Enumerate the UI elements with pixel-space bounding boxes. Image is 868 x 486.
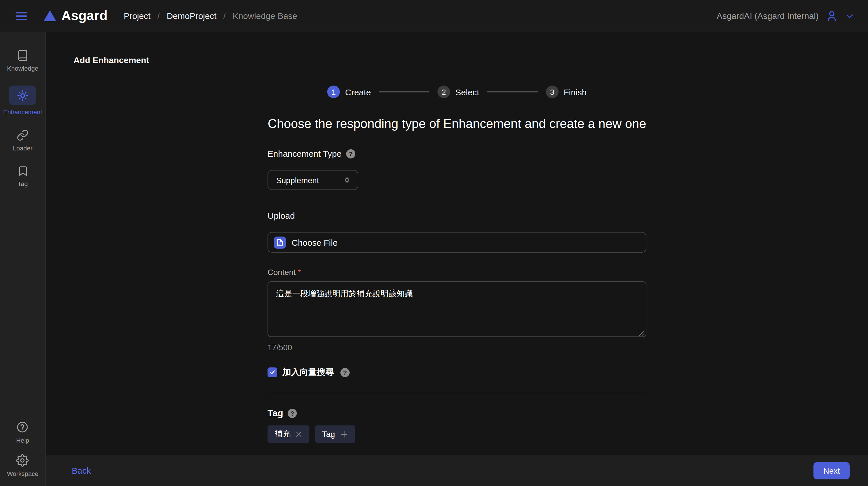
- choose-file-label: Choose File: [291, 237, 338, 247]
- breadcrumb: Project / DemoProject / Knowledge Base: [124, 11, 298, 21]
- remove-tag-icon[interactable]: [295, 430, 303, 438]
- sidebar-item-tag[interactable]: Tag: [17, 165, 28, 187]
- help-icon[interactable]: ?: [340, 368, 350, 377]
- sidebar-item-knowledge[interactable]: Knowledge: [7, 49, 38, 72]
- vector-search-label: 加入向量搜尋: [282, 367, 334, 378]
- triangle-logo-icon: [43, 10, 56, 21]
- sidebar-bottom-group: Help Workspace: [7, 421, 38, 477]
- required-asterisk: *: [298, 268, 301, 277]
- section-divider: [268, 393, 646, 393]
- help-icon[interactable]: ?: [346, 149, 355, 158]
- content-label: Content: [268, 268, 296, 277]
- add-tag-plus-icon: [340, 430, 348, 438]
- sidebar-item-label: Help: [16, 437, 29, 444]
- sidebar-item-label: Enhancement: [3, 109, 42, 115]
- bookmark-icon: [17, 165, 28, 177]
- tag-chip[interactable]: 補充: [268, 425, 309, 443]
- form-heading: Choose the responding type of Enhancemen…: [268, 117, 646, 131]
- sidebar-item-enhancement[interactable]: Enhancement: [3, 86, 42, 115]
- step-select: 2 Select: [437, 86, 479, 98]
- enhancement-type-label: Enhancement Type: [268, 149, 342, 158]
- sidebar-item-loader[interactable]: Loader: [13, 129, 33, 152]
- check-icon: [269, 369, 276, 375]
- sidebar-item-workspace[interactable]: Workspace: [7, 454, 38, 477]
- breadcrumb-separator: /: [223, 11, 226, 21]
- sidebar-item-label: Workspace: [7, 470, 38, 477]
- step-finish: 3 Finish: [546, 86, 587, 98]
- step-label: Finish: [564, 87, 587, 97]
- step-create: 1 Create: [327, 86, 371, 98]
- next-button[interactable]: Next: [813, 462, 849, 479]
- tag-label: Tag: [268, 408, 283, 419]
- add-tag-chip[interactable]: Tag: [315, 425, 355, 443]
- vector-search-row: 加入向量搜尋 ?: [268, 367, 646, 378]
- enhancement-type-label-row: Enhancement Type ?: [268, 149, 646, 158]
- file-icon: [274, 236, 286, 248]
- enhancement-type-select[interactable]: Supplement: [268, 170, 358, 190]
- page-title: Add Enhancement: [73, 55, 868, 65]
- book-icon: [17, 49, 29, 61]
- step-label: Create: [345, 87, 371, 97]
- link-icon: [17, 129, 29, 141]
- sidebar-item-label: Knowledge: [7, 65, 38, 72]
- chevron-down-icon[interactable]: [845, 11, 854, 20]
- breadcrumb-separator: /: [157, 11, 160, 21]
- sidebar-item-label: Loader: [13, 145, 33, 152]
- breadcrumb-project[interactable]: Project: [124, 11, 150, 21]
- vector-search-checkbox[interactable]: [268, 367, 277, 377]
- back-button[interactable]: Back: [72, 466, 91, 475]
- help-circle-icon: [17, 421, 29, 433]
- sidebar-item-label: Tag: [18, 180, 28, 187]
- sidebar-item-help[interactable]: Help: [16, 421, 29, 444]
- selected-value: Supplement: [276, 175, 319, 185]
- char-counter: 17/500: [268, 343, 646, 352]
- tag-chip-label: 補充: [274, 429, 290, 439]
- gear-icon: [17, 454, 29, 466]
- user-account-label: AsgardAI (Asgard Internal): [717, 11, 818, 21]
- step-connector: [379, 92, 429, 92]
- app-window: Asgard Project / DemoProject / Knowledge…: [0, 0, 868, 486]
- breadcrumb-demoproject[interactable]: DemoProject: [167, 11, 216, 21]
- user-menu[interactable]: AsgardAI (Asgard Internal): [717, 9, 854, 22]
- content-textarea-wrap: 這是一段增強說明用於補充說明該知識: [268, 281, 646, 339]
- top-navbar: Asgard Project / DemoProject / Knowledge…: [0, 0, 868, 32]
- menu-icon[interactable]: [14, 8, 29, 23]
- active-item-highlight: [9, 86, 36, 105]
- content-label-row: Content *: [268, 268, 646, 277]
- unfold-chevrons-icon: [343, 176, 351, 184]
- upload-label: Upload: [268, 211, 646, 220]
- step-number-badge: 3: [546, 86, 559, 98]
- left-sidebar: Knowledge Enhancement: [0, 32, 46, 486]
- tag-chips: 補充 Tag: [268, 425, 646, 443]
- step-number-badge: 1: [327, 86, 340, 98]
- help-icon[interactable]: ?: [288, 409, 297, 418]
- breadcrumb-knowledge-base: Knowledge Base: [232, 11, 297, 21]
- enhancement-form: 1 Create 2 Select 3 Finish: [268, 86, 646, 443]
- brand-name: Asgard: [61, 8, 107, 24]
- wizard-footer: Back Next: [46, 454, 868, 486]
- main-content: Add Enhancement 1 Create 2 Select: [46, 32, 868, 454]
- tag-label-row: Tag ?: [268, 408, 646, 419]
- wizard-stepper: 1 Create 2 Select 3 Finish: [268, 86, 646, 98]
- sun-icon: [17, 89, 29, 101]
- asgard-logo[interactable]: Asgard: [43, 8, 107, 24]
- step-label: Select: [455, 87, 479, 97]
- add-tag-label: Tag: [322, 429, 335, 438]
- user-icon: [826, 9, 838, 22]
- step-number-badge: 2: [437, 86, 450, 98]
- step-connector: [487, 92, 538, 92]
- choose-file-button[interactable]: Choose File: [268, 232, 646, 253]
- navbar-left: Asgard Project / DemoProject / Knowledge…: [14, 8, 717, 24]
- content-textarea[interactable]: 這是一段增強說明用於補充說明該知識: [268, 281, 646, 337]
